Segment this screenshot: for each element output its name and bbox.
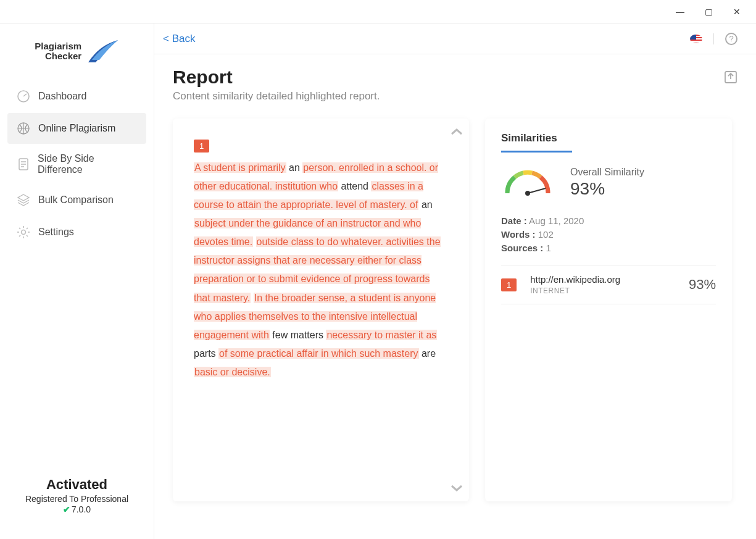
plain-text: few matters <box>270 330 326 340</box>
help-button[interactable]: ? <box>725 33 737 45</box>
source-url: http://en.wikipedia.org <box>530 274 620 285</box>
source-type: INTERNET <box>530 286 620 295</box>
source-badge[interactable]: 1 <box>194 140 209 153</box>
main-area: < Back ? Report Content similarity detai… <box>154 23 756 539</box>
nav-label: Bulk Comparison <box>38 194 114 206</box>
nav-dashboard[interactable]: Dashboard <box>7 81 146 112</box>
meta-sources-value: 1 <box>546 243 551 253</box>
logo-text-2: Checker <box>45 51 81 61</box>
nav-label: Dashboard <box>38 91 86 102</box>
globe-icon <box>16 121 31 136</box>
overall-label: Overall Similarity <box>570 167 644 178</box>
plain-text: are <box>419 348 436 359</box>
nav-label: Online Plagiarism <box>38 123 115 134</box>
highlighted-text: of some practical affair in which such m… <box>218 348 419 359</box>
gauge-chart-icon <box>501 166 554 199</box>
logo-swoosh-icon <box>87 39 119 64</box>
page-title: Report <box>173 67 380 88</box>
source-percent: 93% <box>689 277 716 293</box>
source-number: 1 <box>501 278 517 291</box>
nav-online-plagiarism[interactable]: Online Plagiarism <box>7 113 146 144</box>
nav-bulk-comparison[interactable]: Bulk Comparison <box>7 185 146 215</box>
logo-text-1: Plagiarism <box>35 41 81 51</box>
divider <box>713 33 714 44</box>
activation-status: Activated Registered To Professional ✔7.… <box>0 477 154 539</box>
version-text: 7.0.0 <box>72 504 91 514</box>
plain-text: attend <box>338 181 371 191</box>
meta-words-label: Words : <box>501 229 536 240</box>
minimize-button[interactable]: — <box>666 2 694 21</box>
maximize-button[interactable]: ▢ <box>694 2 723 21</box>
app-logo: Plagiarism Checker <box>0 23 154 75</box>
activation-title: Activated <box>6 477 147 493</box>
close-button[interactable]: ✕ <box>723 2 751 21</box>
plain-text: an <box>418 199 432 210</box>
source-row[interactable]: 1http://en.wikipedia.orgINTERNET93% <box>501 265 716 304</box>
language-flag-icon[interactable] <box>690 35 702 43</box>
export-button[interactable] <box>724 70 737 84</box>
plain-text: an <box>286 162 303 173</box>
report-header: Report Content similarity detailed highl… <box>154 54 756 107</box>
document-icon <box>16 157 30 172</box>
scroll-down-button[interactable] <box>451 484 463 493</box>
highlighted-text: necessary to master it as <box>326 330 437 340</box>
plain-text: parts <box>194 348 218 359</box>
highlighted-text: basic or decisive. <box>194 367 271 377</box>
plain-text <box>253 236 255 247</box>
activation-sub: Registered To Professional <box>6 494 147 504</box>
similarities-title: Similarities <box>501 132 716 144</box>
similarities-panel: Similarities <box>485 119 732 501</box>
check-icon: ✔ <box>63 504 70 514</box>
meta-sources-label: Sources : <box>501 243 543 253</box>
nav-side-by-side[interactable]: Side By Side Difference <box>7 145 146 183</box>
gear-icon <box>16 225 31 240</box>
svg-point-3 <box>22 230 26 235</box>
layers-icon <box>16 193 31 207</box>
nav-label: Side By Side Difference <box>38 153 138 175</box>
sidebar: Plagiarism Checker Dashboard <box>0 23 154 539</box>
tab-underline <box>501 151 572 153</box>
nav-settings[interactable]: Settings <box>7 217 146 248</box>
nav-menu: Dashboard Online Plagiarism Side By Side… <box>0 75 154 477</box>
report-text: A student is primarily an person. enroll… <box>194 159 448 382</box>
meta-words-value: 102 <box>538 229 554 240</box>
overall-percent: 93% <box>570 179 644 199</box>
meta-date-label: Date : <box>501 215 527 226</box>
meta-date-value: Aug 11, 2020 <box>529 215 584 226</box>
topbar: < Back ? <box>154 23 756 54</box>
back-link[interactable]: < Back <box>163 33 195 45</box>
report-meta: Date : Aug 11, 2020 Words : 102 Sources … <box>501 215 716 265</box>
page-subtitle: Content similarity detailed highlighted … <box>173 90 380 102</box>
scroll-up-button[interactable] <box>451 127 463 136</box>
text-panel: 1 A student is primarily an person. enro… <box>173 119 469 501</box>
nav-label: Settings <box>38 227 74 238</box>
highlighted-text: A student is primarily <box>194 162 286 173</box>
overall-similarity: Overall Similarity 93% <box>501 166 716 199</box>
gauge-icon <box>16 89 31 104</box>
svg-line-6 <box>528 188 546 193</box>
window-titlebar: — ▢ ✕ <box>0 0 756 23</box>
